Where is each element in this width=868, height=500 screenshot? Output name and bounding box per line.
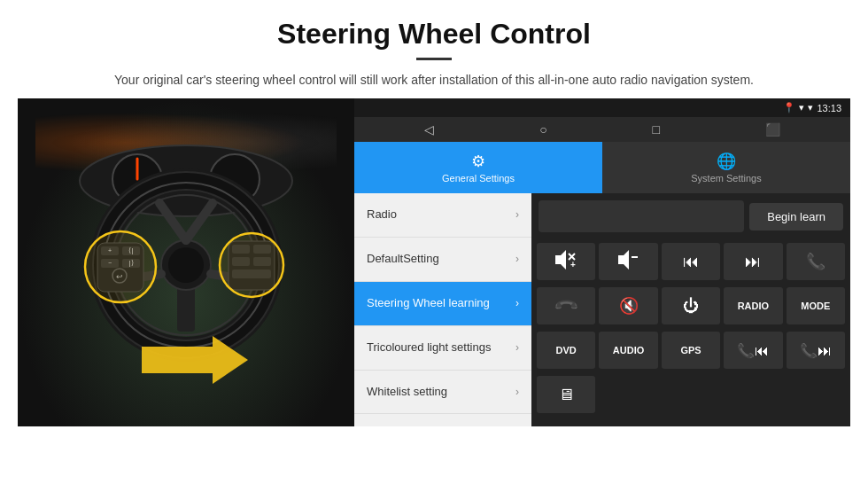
gps-button[interactable]: GPS (662, 332, 720, 369)
gps-label: GPS (680, 345, 701, 355)
svg-marker-35 (555, 250, 566, 270)
vol-up-button[interactable]: + (537, 243, 595, 280)
answer-call-button[interactable]: 📞 (787, 243, 845, 280)
phone-next-button[interactable]: 📞⏭ (787, 332, 845, 369)
svg-marker-34 (142, 336, 248, 384)
dvd-label: DVD (556, 345, 577, 355)
android-ui: 📍 ▾ ▾ 13:13 ◁ ○ □ ⬛ ⚙ General Settings 🌐 (354, 98, 850, 426)
begin-learn-button[interactable]: Begin learn (749, 203, 843, 230)
menu-item-tricoloured-label: Tricoloured light settings (367, 340, 515, 355)
tab-system-label: System Settings (691, 173, 761, 184)
header-section: Steering Wheel Control Your original car… (0, 0, 868, 98)
chevron-right-icon: › (515, 386, 519, 398)
prev-track-icon: ⏮ (683, 253, 699, 271)
home-nav-icon[interactable]: ○ (539, 122, 546, 137)
tab-general[interactable]: ⚙ General Settings (354, 142, 602, 193)
status-bar: 📍 ▾ ▾ 13:13 (354, 98, 850, 117)
mode-button[interactable]: MODE (787, 287, 845, 324)
location-icon: 📍 (783, 102, 795, 113)
audio-button[interactable]: AUDIO (599, 332, 657, 369)
phone-prev-icon: 📞⏮ (737, 342, 769, 359)
control-grid-row3: DVD AUDIO GPS 📞⏮ 📞⏭ (531, 328, 850, 372)
phone-answer-icon: 📞 (806, 252, 825, 271)
content-area: ↩ + ⟨| − |⟩ (18, 98, 850, 426)
svg-point-32 (85, 231, 156, 302)
car-image: ↩ + ⟨| − |⟩ (18, 98, 354, 426)
hang-up-button[interactable]: 📞 (537, 287, 595, 324)
menu-item-radio[interactable]: Radio › (354, 193, 531, 238)
control-grid-row1: + (531, 239, 850, 284)
menu-item-tricoloured[interactable]: Tricoloured light settings › (354, 326, 531, 371)
menu-item-whitelist[interactable]: Whitelist setting › (354, 371, 531, 415)
spacer (539, 200, 744, 232)
begin-learn-row: Begin learn (531, 193, 850, 239)
menu-item-default[interactable]: DefaultSetting › (354, 238, 531, 282)
power-button[interactable]: ⏻ (662, 287, 720, 324)
title-divider (416, 58, 452, 60)
screen-button[interactable]: 🖥 (537, 376, 595, 413)
signal-icon: ▾ (808, 102, 813, 113)
system-settings-icon: 🌐 (717, 152, 736, 171)
hang-up-icon: 📞 (553, 292, 580, 319)
svg-point-33 (220, 233, 283, 297)
svg-marker-39 (618, 250, 629, 270)
svg-text:+: + (570, 260, 576, 270)
general-settings-icon: ⚙ (471, 152, 485, 171)
mode-label: MODE (801, 301, 830, 311)
dvd-button[interactable]: DVD (537, 332, 595, 369)
vol-down-icon (616, 250, 641, 273)
tab-general-label: General Settings (442, 173, 515, 184)
control-panel: Begin learn + (531, 193, 850, 426)
next-track-icon: ⏭ (745, 253, 761, 271)
chevron-right-icon: › (515, 208, 519, 221)
mute-button[interactable]: 🔇 (599, 287, 657, 324)
time-display: 13:13 (817, 103, 841, 113)
phone-prev-button[interactable]: 📞⏮ (724, 332, 782, 369)
chevron-right-icon: › (515, 297, 519, 309)
next-track-button[interactable]: ⏭ (724, 243, 782, 280)
nav-bar: ◁ ○ □ ⬛ (354, 117, 850, 142)
menu-control-area: Radio › DefaultSetting › Steering Wheel … (354, 193, 850, 426)
control-grid-row4: 🖥 (531, 372, 850, 417)
tab-bar: ⚙ General Settings 🌐 System Settings (354, 142, 850, 193)
chevron-right-icon: › (515, 253, 519, 265)
svg-point-10 (168, 247, 204, 283)
prev-track-button[interactable]: ⏮ (662, 243, 720, 280)
arrow-indicator (142, 329, 248, 391)
screenshot-nav-icon[interactable]: ⬛ (765, 122, 780, 137)
screen-icon: 🖥 (558, 386, 574, 404)
radio-label: RADIO (738, 301, 769, 311)
wifi-icon: ▾ (799, 102, 804, 113)
menu-item-radio-label: Radio (367, 207, 515, 223)
subtitle: Your original car's steering wheel contr… (35, 71, 833, 90)
back-nav-icon[interactable]: ◁ (424, 122, 434, 137)
menu-item-steering[interactable]: Steering Wheel learning › (354, 282, 531, 326)
page-title: Steering Wheel Control (35, 18, 833, 51)
mute-icon: 🔇 (619, 296, 639, 316)
menu-item-default-label: DefaultSetting (367, 252, 515, 267)
radio-button[interactable]: RADIO (724, 287, 782, 324)
menu-item-steering-label: Steering Wheel learning (367, 296, 515, 311)
recent-nav-icon[interactable]: □ (652, 122, 659, 137)
menu-list: Radio › DefaultSetting › Steering Wheel … (354, 193, 531, 426)
audio-label: AUDIO (613, 345, 644, 355)
page-wrapper: Steering Wheel Control Your original car… (0, 0, 868, 426)
vol-up-icon: + (554, 250, 578, 273)
phone-next-icon: 📞⏭ (800, 342, 832, 359)
menu-item-whitelist-label: Whitelist setting (367, 385, 515, 400)
tab-system[interactable]: 🌐 System Settings (602, 142, 850, 193)
chevron-right-icon: › (515, 341, 519, 354)
power-icon: ⏻ (683, 297, 699, 316)
control-grid-row2: 📞 🔇 ⏻ RADIO MODE (531, 284, 850, 328)
vol-down-button[interactable] (599, 243, 657, 280)
